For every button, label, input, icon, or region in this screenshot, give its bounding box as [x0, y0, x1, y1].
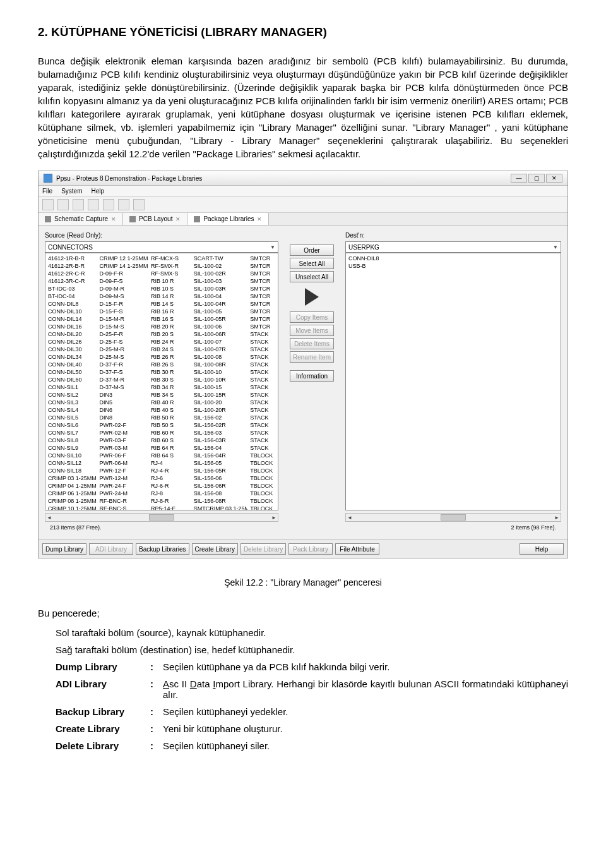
pack-library-button[interactable]: Pack Library [288, 543, 333, 555]
list-item[interactable]: SMTCR [250, 292, 275, 300]
list-item[interactable]: D-37-F-R [100, 361, 146, 368]
horizontal-scrollbar[interactable]: ◄ ► [45, 513, 278, 522]
list-item[interactable]: RJ-6 [151, 474, 189, 482]
horizontal-scrollbar[interactable]: ◄ ► [345, 513, 561, 522]
list-item[interactable]: SIL-100-02R [194, 270, 246, 277]
maximize-button[interactable]: ▢ [528, 174, 545, 183]
list-item[interactable]: CONN-DIL50 [48, 368, 95, 376]
list-item[interactable]: RIB 40 S [151, 406, 189, 414]
list-item[interactable]: CONN-SIL6 [48, 421, 95, 429]
list-item[interactable]: PWR-12-M [100, 474, 146, 482]
list-item[interactable]: STACK [250, 353, 275, 361]
list-item[interactable]: D-25-F-S [100, 338, 146, 346]
list-item[interactable]: TBLOCK [250, 452, 275, 459]
list-item[interactable]: SMTCR [250, 323, 275, 330]
list-item[interactable]: CONN-DIL34 [48, 353, 95, 361]
list-item[interactable]: TBLOCK [250, 459, 275, 467]
list-item[interactable]: CONN-SIL9 [48, 444, 95, 452]
list-item[interactable]: RIB 30 S [151, 376, 189, 383]
file-attribute-button[interactable]: File Attribute [335, 543, 379, 555]
scroll-left-icon[interactable]: ◄ [47, 515, 52, 521]
list-item[interactable]: 41612-2R-B-R [48, 262, 95, 270]
list-item[interactable]: RIB 24 R [151, 338, 189, 346]
list-item[interactable]: STACK [250, 368, 275, 376]
list-item[interactable]: STACK [250, 437, 275, 444]
list-item[interactable]: SIL-100-05 [194, 308, 246, 315]
list-item[interactable]: RIB 26 R [151, 353, 189, 361]
list-item[interactable]: RF-SMX-S [151, 270, 189, 277]
list-item[interactable]: SIL-100-04 [194, 292, 246, 300]
list-item[interactable]: TBLOCK [250, 482, 275, 490]
list-item[interactable]: SIL-156-06R [194, 482, 246, 490]
copy-items-button[interactable]: Copy Items [290, 311, 334, 323]
move-items-button[interactable]: Move Items [290, 325, 334, 336]
list-item[interactable]: CONN-SIL10 [48, 452, 95, 459]
list-item[interactable]: PWR-02-M [100, 429, 146, 437]
list-item[interactable]: SIL-156-02R [194, 421, 246, 429]
list-item[interactable]: SIL-100-04R [194, 300, 246, 308]
list-item[interactable]: SIL-156-02 [194, 414, 246, 421]
list-item[interactable]: SIL-100-20 [194, 399, 246, 406]
list-item[interactable]: SIL-156-04R [194, 452, 246, 459]
list-item[interactable]: CRIMP 06 1-25MM [48, 490, 95, 497]
list-item[interactable]: SIL-100-06R [194, 330, 246, 338]
list-item[interactable]: RIB 60 R [151, 429, 189, 437]
list-item[interactable]: D-25-M-S [100, 353, 146, 361]
list-item[interactable]: CRIMP 10 1-25MM [48, 505, 95, 510]
order-button[interactable]: Order [290, 244, 334, 256]
list-item[interactable]: SIL-156-03 [194, 429, 246, 437]
list-item[interactable]: SMTCR [250, 270, 275, 277]
list-item[interactable]: CONN-SIL7 [48, 429, 95, 437]
list-item[interactable]: RIB 16 R [151, 308, 189, 315]
list-item[interactable]: SIL-156-04 [194, 444, 246, 452]
list-item[interactable]: RJ-8-R [151, 497, 189, 505]
list-item[interactable]: CONN-SIL2 [48, 391, 95, 399]
list-item[interactable]: CONN-SIL8 [48, 437, 95, 444]
backup-libraries-button[interactable]: Backup Libraries [136, 543, 189, 555]
scroll-right-icon[interactable]: ► [554, 515, 559, 521]
list-item[interactable]: RIB 50 S [151, 421, 189, 429]
list-item[interactable]: SIL-100-08 [194, 353, 246, 361]
list-item[interactable]: D-15-F-S [100, 308, 146, 315]
create-library-button[interactable]: Create Library [192, 543, 238, 555]
list-item[interactable]: STACK [250, 338, 275, 346]
list-item[interactable]: SIL-100-07R [194, 346, 246, 353]
list-item[interactable]: SIL-100-20R [194, 406, 246, 414]
tool-button[interactable] [57, 199, 69, 210]
list-item[interactable]: CRIMP 04 1-25MM [48, 482, 95, 490]
list-item[interactable]: SMTCRIMP 03 1-25MM [194, 505, 246, 510]
list-item[interactable]: CRIMP 14 1-25MM [100, 262, 146, 270]
list-item[interactable]: RJ-4 [151, 459, 189, 467]
list-item[interactable]: RF-BNC-S [100, 505, 146, 510]
list-item[interactable]: RP5-14-F [151, 505, 189, 510]
list-item[interactable]: RIB 10 S [151, 285, 189, 292]
rename-item-button[interactable]: Rename Item [290, 351, 334, 363]
list-item[interactable]: CONN-DIL10 [48, 308, 95, 315]
list-item[interactable]: PWR-06-M [100, 459, 146, 467]
list-item[interactable]: 41612-3R-C-R [48, 277, 95, 285]
list-item[interactable]: STACK [250, 399, 275, 406]
list-item[interactable]: D-37-M-S [100, 383, 146, 391]
list-item[interactable]: D-25-F-R [100, 330, 146, 338]
scroll-left-icon[interactable]: ◄ [347, 515, 352, 521]
tool-button[interactable] [88, 199, 99, 210]
list-item[interactable]: PWR-12-F [100, 467, 146, 474]
tab-close-icon[interactable]: ✕ [175, 216, 181, 222]
list-item[interactable]: PWR-02-F [100, 421, 146, 429]
dest-list[interactable]: CONN-DIL8USB-B [345, 253, 561, 510]
list-item[interactable]: STACK [250, 406, 275, 414]
list-item[interactable]: SCART-TW [194, 255, 246, 262]
list-item[interactable]: BT-IDC-04 [48, 292, 95, 300]
list-item[interactable]: RIB 30 R [151, 368, 189, 376]
list-item[interactable]: CONN-SIL5 [48, 414, 95, 421]
list-item[interactable]: CRIMP 12 1-25MM [100, 255, 146, 262]
list-item[interactable]: PWR-06-F [100, 452, 146, 459]
list-item[interactable]: RJ-8 [151, 490, 189, 497]
list-item[interactable]: D-15-F-R [100, 300, 146, 308]
tool-button[interactable] [133, 199, 145, 210]
list-item[interactable]: STACK [250, 376, 275, 383]
list-item[interactable]: SMTCR [250, 300, 275, 308]
tool-button[interactable] [118, 199, 129, 210]
list-item[interactable]: SMTCR [250, 285, 275, 292]
list-item[interactable]: SIL-100-10R [194, 376, 246, 383]
